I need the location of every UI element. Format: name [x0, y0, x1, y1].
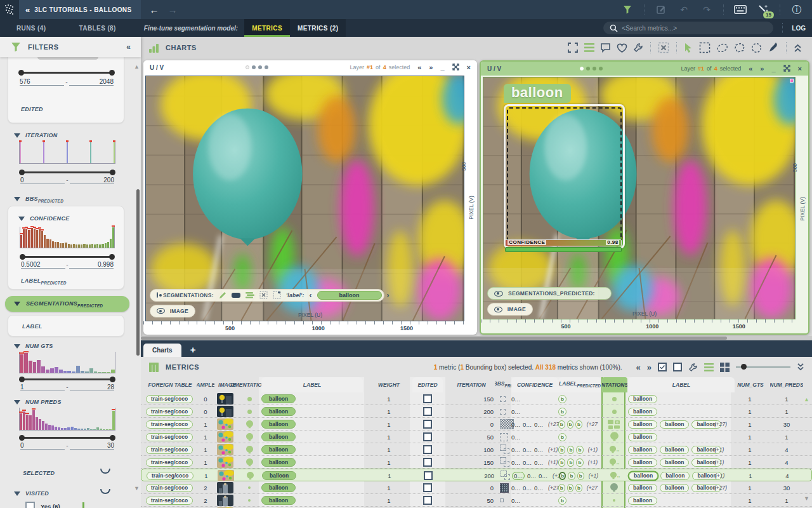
iteration-range-slider[interactable] — [20, 171, 114, 173]
foreign-table-pill[interactable]: train-seg/coco — [146, 484, 193, 492]
bbs-predicted-filter-header[interactable]: BBSPREDICTED — [14, 196, 63, 203]
predicted-label-chip[interactable]: b — [568, 472, 575, 480]
column-header[interactable]: LABEL — [628, 377, 735, 392]
edited-checkbox[interactable] — [423, 432, 432, 441]
table-row[interactable]: train-seg/coco2balloon100...0...0...(+27… — [141, 481, 812, 494]
predicted-label-chip[interactable]: b — [558, 497, 566, 505]
nav-runs[interactable]: RUNS (4) — [0, 25, 63, 32]
table-row[interactable]: train-seg/coco1balloon11000...0...0...(+… — [141, 443, 812, 456]
label-pill[interactable]: balloon — [261, 407, 296, 416]
scroll-down-icon[interactable]: ▼ — [134, 485, 140, 491]
image-overlay-toggle[interactable]: IMAGE — [487, 303, 533, 316]
image-viewport[interactable]: SEGMENTATIONS: 'label': ‹ balloon › IMAG — [145, 76, 464, 321]
table-scroll-up-icon[interactable]: ▲ — [804, 396, 809, 403]
num-preds-max-input[interactable]: 30 — [70, 442, 114, 450]
edited-checkbox[interactable] — [423, 420, 432, 429]
gt-label-pill[interactable]: balloon — [660, 420, 689, 429]
gt-label-pill[interactable]: balloon — [628, 408, 657, 416]
page-next-button[interactable]: » — [647, 363, 652, 372]
list-view-icon[interactable] — [584, 43, 594, 52]
list-view-icon[interactable] — [704, 363, 714, 371]
table-row[interactable]: train-seg/coco1balloon11500...0...0...(+… — [141, 456, 812, 469]
layer-prev-button[interactable]: « — [749, 65, 752, 72]
collapse-table-icon[interactable] — [797, 363, 804, 371]
ellipse-select-icon[interactable] — [716, 43, 728, 53]
prediction-bbox[interactable] — [504, 104, 625, 249]
size-min-input[interactable]: 576 — [20, 78, 64, 86]
predicted-label-chip[interactable]: b — [567, 446, 574, 454]
eye-icon[interactable] — [494, 291, 503, 297]
heart-icon[interactable] — [617, 43, 627, 53]
gt-label-pill[interactable]: balloon — [660, 472, 690, 480]
foreign-table-pill[interactable]: train-seg/coco — [146, 497, 193, 505]
magic-wand-icon[interactable]: 15 — [757, 3, 769, 16]
column-header[interactable]: NUM_GTS — [736, 377, 765, 392]
edited-filter-label[interactable]: EDITED — [21, 106, 43, 112]
edited-checkbox[interactable] — [423, 496, 432, 505]
label-next-icon[interactable]: › — [387, 291, 390, 300]
edited-checkbox[interactable] — [424, 471, 433, 480]
table-row[interactable]: train-seg/coco1balloon100...0...0...(+27… — [141, 418, 812, 431]
column-header[interactable]: EXAMPLE ID — [197, 377, 214, 392]
label-pill[interactable]: balloon — [261, 394, 296, 403]
label-filter-label[interactable]: LABEL — [22, 323, 43, 330]
eye-icon[interactable] — [157, 308, 165, 314]
column-header[interactable]: WEIGHT — [367, 377, 411, 392]
size-max-input[interactable]: 2048 — [69, 78, 114, 86]
predicted-label-chip[interactable]: b — [577, 472, 584, 480]
gt-label-pill[interactable]: balloon — [660, 484, 689, 492]
column-header[interactable]: LABELPREDICTED — [558, 377, 601, 392]
visited-yes-checkbox[interactable] — [25, 502, 35, 508]
gt-label-pill[interactable]: balloon — [628, 446, 657, 454]
minimize-button[interactable]: _ — [771, 65, 775, 72]
table-row[interactable]: train-seg/coco2balloon1500...bballoon11 — [141, 494, 812, 507]
num-preds-filter-header[interactable]: NUM PREDS — [14, 399, 62, 405]
gt-label-pill[interactable]: balloon — [628, 420, 657, 429]
wrench-icon[interactable] — [633, 43, 643, 53]
gt-label-pill[interactable]: balloon — [628, 433, 657, 441]
predicted-label-chip[interactable]: b — [567, 484, 574, 492]
eye-icon[interactable] — [157, 292, 158, 298]
collapse-triangle-icon[interactable] — [14, 344, 20, 349]
search-input[interactable]: <Search metrics...> — [603, 22, 773, 34]
collapse-panel-icon[interactable] — [794, 43, 802, 53]
predicted-label-chip[interactable]: b — [558, 484, 565, 492]
layers-icon[interactable] — [246, 292, 254, 298]
predicted-label-chip[interactable]: b — [559, 472, 566, 480]
layer-dots[interactable] — [580, 67, 603, 70]
confidence-filter-header[interactable]: CONFIDENCE — [18, 215, 70, 222]
slider-track-fragment[interactable] — [37, 57, 98, 60]
charts-horizontal-scrollbar[interactable] — [141, 336, 812, 340]
label-pill[interactable]: balloon — [261, 458, 296, 467]
layer-next-button[interactable]: » — [429, 64, 433, 71]
label-pill[interactable]: balloon — [261, 496, 296, 505]
label-prev-icon[interactable]: ‹ — [310, 291, 312, 300]
label-predicted-filter-label[interactable]: LABELPREDICTED — [21, 277, 67, 285]
predicted-label-chip[interactable]: b — [558, 408, 566, 416]
nav-tables[interactable]: TABLES (8) — [63, 25, 133, 32]
project-tab[interactable]: « 3LC TUTORIALS - BALLOONS — [19, 0, 141, 19]
gt-label-pill[interactable]: balloon — [628, 395, 657, 403]
log-button[interactable]: LOG — [782, 23, 806, 33]
wrench-icon[interactable] — [688, 363, 698, 372]
select-cursor-icon[interactable] — [684, 43, 693, 53]
visited-filter-header[interactable]: VISITED — [14, 490, 49, 497]
project-collapse-icon[interactable]: « — [25, 5, 30, 15]
image-viewport[interactable]: balloon CONFIDENCE 0.98 SEGMENTATIONS_PR… — [483, 77, 796, 319]
confidence-max-input[interactable]: 0.998 — [69, 261, 114, 269]
collapse-triangle-icon[interactable] — [14, 302, 20, 306]
foreign-table-pill[interactable]: train-seg/coco — [146, 420, 193, 429]
table-row[interactable]: train-seg/coco0balloon12000...bballoon11 — [141, 405, 812, 418]
collapse-triangle-icon[interactable] — [14, 400, 20, 404]
iteration-min-input[interactable]: 0 — [20, 177, 65, 184]
gt-label-pill[interactable]: balloon — [660, 446, 689, 454]
column-header[interactable]: NUM_PREDS — [770, 377, 803, 392]
confidence-range-slider[interactable] — [21, 256, 114, 258]
history-back-button[interactable]: ← — [150, 4, 159, 15]
minimize-button[interactable]: _ — [440, 64, 444, 71]
mask-icon[interactable] — [232, 293, 240, 298]
app-logo[interactable] — [0, 0, 19, 19]
page-prev-button[interactable]: « — [636, 363, 641, 372]
column-header[interactable]: FOREIGN TABLE — [146, 377, 194, 392]
grid-view-icon[interactable] — [720, 363, 730, 372]
